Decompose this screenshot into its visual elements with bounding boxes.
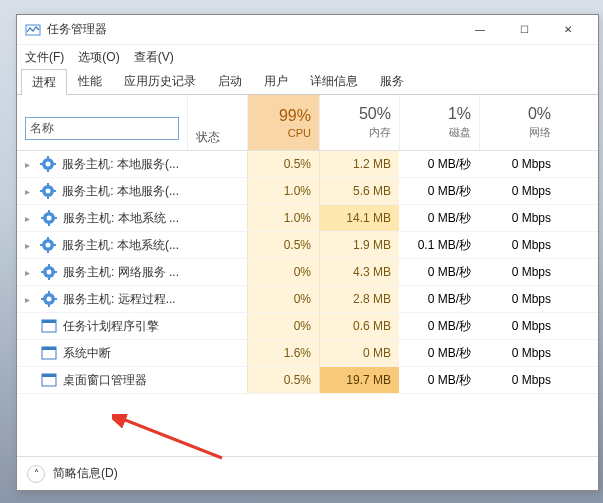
table-row[interactable]: ▸服务主机: 本地服务(...0.5%1.2 MB0 MB/秒0 Mbps <box>17 151 598 178</box>
svg-point-20 <box>46 243 51 248</box>
svg-rect-38 <box>42 320 56 323</box>
network-value: 0 Mbps <box>479 286 559 312</box>
tab-服务[interactable]: 服务 <box>369 68 415 94</box>
svg-point-26 <box>46 270 51 275</box>
cpu-value: 0% <box>247 313 319 339</box>
process-name: 服务主机: 远程过程... <box>63 291 176 308</box>
svg-point-32 <box>47 297 52 302</box>
menu-file[interactable]: 文件(F) <box>25 49 64 66</box>
table-row[interactable]: 桌面窗口管理器0.5%19.7 MB0 MB/秒0 Mbps <box>17 367 598 394</box>
tab-进程[interactable]: 进程 <box>21 69 67 95</box>
svg-point-14 <box>46 216 51 221</box>
process-name: 服务主机: 本地系统(... <box>62 237 179 254</box>
network-value: 0 Mbps <box>479 232 559 258</box>
table-row[interactable]: 系统中断1.6%0 MB0 MB/秒0 Mbps <box>17 340 598 367</box>
col-header-memory[interactable]: 50% 内存 <box>319 95 399 150</box>
svg-point-2 <box>46 162 51 167</box>
column-headers: 名称 状态 99% CPU 50% 内存 1% 磁盘 0% 网络 <box>17 95 598 151</box>
process-list: ▸服务主机: 本地服务(...0.5%1.2 MB0 MB/秒0 Mbps▸服务… <box>17 151 598 456</box>
network-value: 0 Mbps <box>479 178 559 204</box>
menu-view[interactable]: 查看(V) <box>134 49 174 66</box>
process-name: 服务主机: 本地服务(... <box>62 183 179 200</box>
col-header-name[interactable]: 名称 <box>17 95 187 150</box>
tab-启动[interactable]: 启动 <box>207 68 253 94</box>
cpu-value: 0.5% <box>247 367 319 393</box>
process-name: 服务主机: 本地系统 ... <box>63 210 179 227</box>
memory-value: 19.7 MB <box>319 367 399 393</box>
process-name: 服务主机: 网络服务 ... <box>63 264 179 281</box>
process-name: 桌面窗口管理器 <box>63 372 147 389</box>
network-value: 0 Mbps <box>479 313 559 339</box>
table-row[interactable]: ▸服务主机: 本地服务(...1.0%5.6 MB0 MB/秒0 Mbps <box>17 178 598 205</box>
disk-value: 0 MB/秒 <box>399 286 479 312</box>
memory-value: 2.8 MB <box>319 286 399 312</box>
expand-icon[interactable]: ▸ <box>25 186 34 197</box>
menubar: 文件(F) 选项(O) 查看(V) <box>17 45 598 69</box>
maximize-button[interactable]: ☐ <box>502 16 546 44</box>
cpu-value: 0% <box>247 286 319 312</box>
titlebar: 任务管理器 — ☐ ✕ <box>17 15 598 45</box>
window-title: 任务管理器 <box>47 21 458 38</box>
memory-value: 0.6 MB <box>319 313 399 339</box>
process-name: 任务计划程序引擎 <box>63 318 159 335</box>
tab-用户[interactable]: 用户 <box>253 68 299 94</box>
memory-value: 4.3 MB <box>319 259 399 285</box>
svg-point-8 <box>46 189 51 194</box>
disk-value: 0.1 MB/秒 <box>399 232 479 258</box>
cpu-value: 1.6% <box>247 340 319 366</box>
memory-value: 5.6 MB <box>319 178 399 204</box>
disk-value: 0 MB/秒 <box>399 151 479 177</box>
memory-value: 14.1 MB <box>319 205 399 231</box>
cpu-value: 0% <box>247 259 319 285</box>
cpu-value: 1.0% <box>247 205 319 231</box>
col-header-status[interactable]: 状态 <box>187 95 247 150</box>
tab-性能[interactable]: 性能 <box>67 68 113 94</box>
svg-rect-42 <box>42 374 56 377</box>
chevron-up-icon[interactable]: ˄ <box>27 465 45 483</box>
memory-value: 1.2 MB <box>319 151 399 177</box>
close-button[interactable]: ✕ <box>546 16 590 44</box>
tab-应用历史记录[interactable]: 应用历史记录 <box>113 68 207 94</box>
disk-value: 0 MB/秒 <box>399 367 479 393</box>
table-row[interactable]: 任务计划程序引擎0%0.6 MB0 MB/秒0 Mbps <box>17 313 598 340</box>
table-row[interactable]: ▸服务主机: 网络服务 ...0%4.3 MB0 MB/秒0 Mbps <box>17 259 598 286</box>
cpu-value: 0.5% <box>247 232 319 258</box>
network-value: 0 Mbps <box>479 340 559 366</box>
table-row[interactable]: ▸服务主机: 本地系统 ...1.0%14.1 MB0 MB/秒0 Mbps <box>17 205 598 232</box>
expand-icon[interactable]: ▸ <box>25 267 35 278</box>
expand-icon[interactable]: ▸ <box>25 294 35 305</box>
disk-value: 0 MB/秒 <box>399 313 479 339</box>
col-header-network[interactable]: 0% 网络 <box>479 95 559 150</box>
tabs: 进程性能应用历史记录启动用户详细信息服务 <box>17 69 598 95</box>
expand-icon[interactable]: ▸ <box>25 213 35 224</box>
tab-详细信息[interactable]: 详细信息 <box>299 68 369 94</box>
cpu-value: 0.5% <box>247 151 319 177</box>
col-header-cpu[interactable]: 99% CPU <box>247 95 319 150</box>
disk-value: 0 MB/秒 <box>399 340 479 366</box>
network-value: 0 Mbps <box>479 205 559 231</box>
memory-value: 0 MB <box>319 340 399 366</box>
svg-rect-40 <box>42 347 56 350</box>
network-value: 0 Mbps <box>479 151 559 177</box>
table-row[interactable]: ▸服务主机: 本地系统(...0.5%1.9 MB0.1 MB/秒0 Mbps <box>17 232 598 259</box>
task-manager-window: 任务管理器 — ☐ ✕ 文件(F) 选项(O) 查看(V) 进程性能应用历史记录… <box>16 14 599 491</box>
expand-icon[interactable]: ▸ <box>25 240 34 251</box>
disk-value: 0 MB/秒 <box>399 205 479 231</box>
network-value: 0 Mbps <box>479 259 559 285</box>
expand-icon[interactable]: ▸ <box>25 159 34 170</box>
fewer-details-link[interactable]: 简略信息(D) <box>53 465 118 482</box>
process-name: 系统中断 <box>63 345 111 362</box>
minimize-button[interactable]: — <box>458 16 502 44</box>
disk-value: 0 MB/秒 <box>399 259 479 285</box>
statusbar: ˄ 简略信息(D) <box>17 456 598 490</box>
table-row[interactable]: ▸服务主机: 远程过程...0%2.8 MB0 MB/秒0 Mbps <box>17 286 598 313</box>
cpu-value: 1.0% <box>247 178 319 204</box>
app-icon <box>25 22 41 38</box>
disk-value: 0 MB/秒 <box>399 178 479 204</box>
process-name: 服务主机: 本地服务(... <box>62 156 179 173</box>
memory-value: 1.9 MB <box>319 232 399 258</box>
col-header-disk[interactable]: 1% 磁盘 <box>399 95 479 150</box>
menu-options[interactable]: 选项(O) <box>78 49 119 66</box>
network-value: 0 Mbps <box>479 367 559 393</box>
